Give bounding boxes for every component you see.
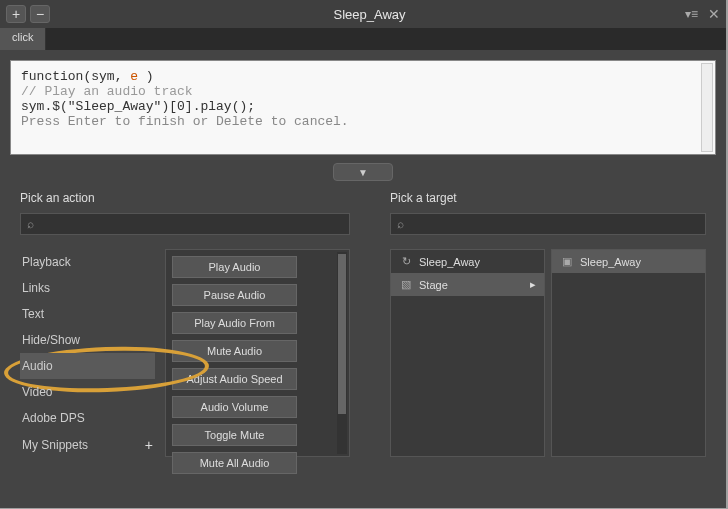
category-links[interactable]: Links [20, 275, 155, 301]
action-toggle-mute[interactable]: Toggle Mute [172, 424, 297, 446]
code-line: sym.$("Sleep_Away")[0].play(); [21, 99, 255, 114]
target-sleep-away[interactable]: ↻ Sleep_Away [391, 250, 544, 273]
category-adobedps[interactable]: Adobe DPS [20, 405, 155, 431]
scrollbar[interactable] [337, 252, 347, 454]
event-tab-click[interactable]: click [0, 28, 46, 50]
code-hint: Press Enter to finish or Delete to cance… [21, 114, 349, 129]
add-snippet-icon[interactable]: + [145, 437, 153, 453]
pick-target-label: Pick a target [390, 191, 706, 205]
remove-button[interactable]: − [30, 5, 50, 23]
window-title: Sleep_Away [54, 7, 685, 22]
code-kw: function [21, 69, 83, 84]
action-list: Play Audio Pause Audio Play Audio From M… [165, 249, 350, 457]
code-editor[interactable]: function(sym, e ) // Play an audio track… [10, 60, 716, 155]
chevron-right-icon: ▸ [530, 278, 536, 291]
target-sub-sleep-away[interactable]: ▣ Sleep_Away [552, 250, 705, 273]
category-video[interactable]: Video [20, 379, 155, 405]
search-icon: ⌕ [397, 217, 404, 231]
search-icon: ⌕ [27, 217, 34, 231]
target-list-right: ▣ Sleep_Away [551, 249, 706, 457]
collapse-toggle[interactable]: ▼ [333, 163, 393, 181]
close-icon[interactable]: ✕ [708, 6, 720, 22]
action-mute-all-audio[interactable]: Mute All Audio [172, 452, 297, 474]
pick-action-label: Pick an action [20, 191, 350, 205]
category-playback[interactable]: Playback [20, 249, 155, 275]
action-audio-volume[interactable]: Audio Volume [172, 396, 297, 418]
target-stage[interactable]: ▧ Stage ▸ [391, 273, 544, 296]
action-play-audio-from[interactable]: Play Audio From [172, 312, 297, 334]
category-audio[interactable]: Audio [20, 353, 155, 379]
target-search-input[interactable]: ⌕ [390, 213, 706, 235]
add-button[interactable]: + [6, 5, 26, 23]
loop-icon: ↻ [399, 255, 413, 268]
category-hideshow[interactable]: Hide/Show [20, 327, 155, 353]
category-mysnippets[interactable]: My Snippets + [20, 431, 155, 459]
category-text[interactable]: Text [20, 301, 155, 327]
element-icon: ▣ [560, 255, 574, 268]
panel-menu-icon[interactable]: ▾≡ [685, 7, 698, 21]
code-comment: // Play an audio track [21, 84, 193, 99]
target-list-left: ↻ Sleep_Away ▧ Stage ▸ [390, 249, 545, 457]
action-play-audio[interactable]: Play Audio [172, 256, 297, 278]
scrollbar[interactable] [701, 63, 713, 152]
action-pause-audio[interactable]: Pause Audio [172, 284, 297, 306]
action-search-input[interactable]: ⌕ [20, 213, 350, 235]
stage-icon: ▧ [399, 278, 413, 291]
